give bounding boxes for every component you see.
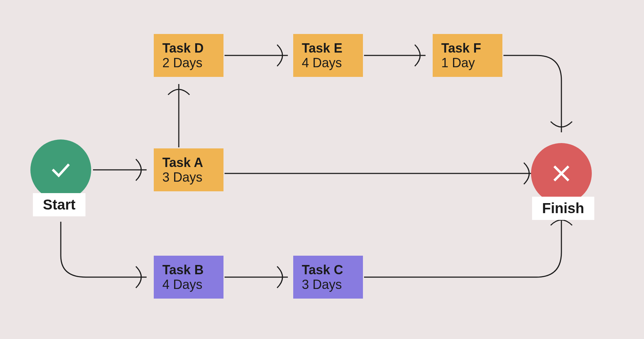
task-title: Task B — [162, 262, 223, 277]
task-days: 1 Day — [441, 55, 502, 70]
task-title: Task C — [302, 262, 363, 277]
task-days: 3 Days — [162, 170, 223, 185]
task-C: Task C 3 Days — [293, 256, 363, 299]
task-F: Task F 1 Day — [433, 34, 502, 77]
edge-start-to-B-head — [136, 266, 141, 288]
finish-label: Finish — [532, 197, 594, 220]
start-node — [30, 139, 91, 200]
task-days: 4 Days — [162, 277, 223, 292]
task-title: Task A — [162, 155, 223, 170]
edge-C-to-finish-head — [551, 220, 572, 225]
edge-start-to-A-head — [136, 159, 141, 181]
edge-start-to-B — [61, 222, 147, 277]
task-title: Task E — [302, 41, 363, 55]
network-diagram: Start Finish Task A 3 Days Task D 2 Days… — [0, 0, 644, 339]
edge-F-to-finish-head — [551, 122, 572, 127]
task-D: Task D 2 Days — [154, 34, 223, 77]
task-days: 4 Days — [302, 55, 363, 70]
edge-F-to-finish — [503, 55, 561, 132]
check-icon — [48, 157, 73, 182]
task-A: Task A 3 Days — [154, 148, 223, 191]
task-days: 2 Days — [162, 55, 223, 70]
task-title: Task F — [441, 41, 502, 55]
edge-A-to-finish-head — [524, 163, 529, 184]
edge-A-to-D-head — [168, 89, 190, 95]
start-label: Start — [33, 193, 85, 216]
task-title: Task D — [162, 41, 223, 55]
x-icon — [549, 161, 574, 186]
edge-C-to-finish — [364, 215, 561, 277]
finish-node — [531, 143, 592, 204]
edge-D-to-E-head — [277, 45, 282, 66]
edge-E-to-F-head — [415, 45, 420, 66]
task-B: Task B 4 Days — [154, 256, 223, 299]
edge-B-to-C-head — [277, 266, 282, 288]
task-days: 3 Days — [302, 277, 363, 292]
task-E: Task E 4 Days — [293, 34, 363, 77]
